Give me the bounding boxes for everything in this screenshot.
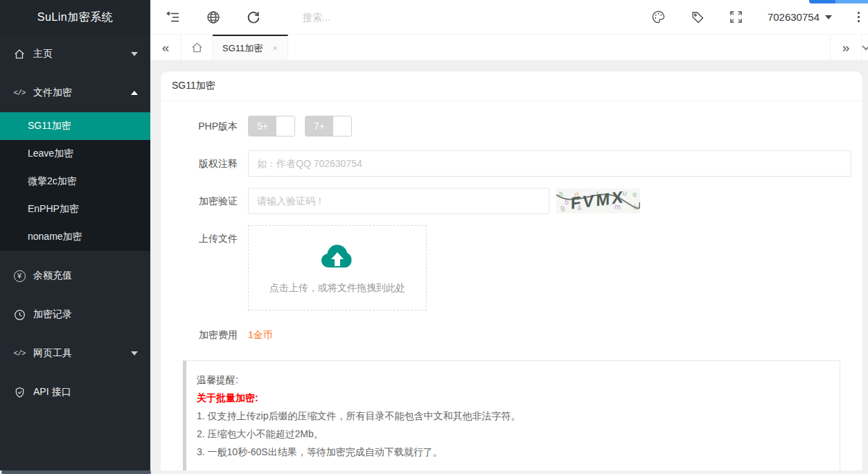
- globe-icon[interactable]: [206, 10, 221, 25]
- horizontal-scrollbar[interactable]: [0, 471, 868, 474]
- php-version-row: PHP版本 5+ 7+: [172, 113, 851, 139]
- subitem-label: noname加密: [28, 231, 82, 243]
- file-encrypt-submenu: SG11加密 Leave加密 微擎2c加密 EnPHP加密 noname加密: [0, 112, 150, 251]
- php5-checkbox-label: 5+: [249, 116, 276, 136]
- main-content: SG11加密 PHP版本 5+ 7+ 版权注释 加密验证: [150, 61, 868, 474]
- sidebar-item-recharge[interactable]: ¥ 余额充值: [0, 256, 150, 295]
- top-header: 702630754: [150, 0, 868, 35]
- tab-bar-right: »: [830, 35, 868, 60]
- sidebar-item-web-tools[interactable]: </> 网页工具: [0, 334, 150, 373]
- sidebar-item-home[interactable]: 主页: [0, 35, 150, 73]
- home-tab[interactable]: [181, 35, 213, 60]
- upload-label: 上传文件: [172, 225, 248, 310]
- collapse-menu-icon[interactable]: [166, 10, 181, 25]
- user-menu[interactable]: 702630754: [768, 11, 832, 23]
- code-icon: </>: [12, 86, 26, 100]
- php7-checkbox[interactable]: 7+: [305, 116, 352, 137]
- refresh-icon[interactable]: [246, 10, 261, 25]
- more-options-icon[interactable]: [853, 12, 864, 22]
- app-logo: SuLin加密系统: [0, 0, 150, 35]
- sidebar-item-label: 主页: [33, 48, 53, 60]
- sidebar-subitem-leave[interactable]: Leave加密: [0, 140, 150, 168]
- chevron-down-icon: [131, 52, 138, 56]
- yen-icon: ¥: [12, 269, 26, 283]
- username: 702630754: [768, 11, 820, 23]
- code-icon: </>: [12, 346, 26, 360]
- notice-line: 1. 仅支持上传zip后缀的压缩文件，所有目录不能包含中文和其他非法字符。: [197, 407, 829, 425]
- sidebar-subitem-enphp[interactable]: EnPHP加密: [0, 195, 150, 223]
- notice-title: 温馨提醒:: [197, 371, 829, 389]
- tab-operations-icon[interactable]: [861, 35, 868, 60]
- captcha-input[interactable]: [248, 188, 549, 214]
- tabs-scroll-left-button[interactable]: «: [150, 35, 181, 60]
- copyright-input[interactable]: [248, 150, 851, 177]
- cloud-upload-icon: [319, 241, 355, 274]
- search-input[interactable]: [303, 12, 448, 23]
- sidebar-item-label: 加密记录: [33, 308, 72, 321]
- sidebar-subitem-weiqing2c[interactable]: 微擎2c加密: [0, 168, 150, 195]
- captcha-label: 加密验证: [172, 188, 248, 214]
- captcha-image[interactable]: a 5 d u e m 8 t 4 k FVMX: [556, 188, 640, 213]
- upload-dropzone[interactable]: 点击上传，或将文件拖拽到此处: [248, 225, 427, 310]
- tag-icon[interactable]: [690, 10, 705, 25]
- top-right-blue-indicator: [809, 0, 868, 3]
- sidebar-subitem-sg11[interactable]: SG11加密: [0, 112, 150, 140]
- subitem-label: EnPHP加密: [28, 203, 79, 216]
- sidebar: SuLin加密系统 主页 </> 文件加密 SG11加密 Leave加密 微擎2…: [0, 0, 150, 474]
- php7-checkbox-box: [333, 116, 351, 136]
- chevron-up-icon: [131, 91, 138, 95]
- theme-palette-icon[interactable]: [651, 10, 666, 25]
- fee-label: 加密费用: [172, 322, 248, 348]
- upload-row: 上传文件 点击上传，或将文件拖拽到此处: [172, 225, 851, 310]
- sg11-card: SG11加密 PHP版本 5+ 7+ 版权注释 加密验证: [161, 71, 862, 474]
- home-icon: [12, 47, 26, 61]
- sidebar-item-api[interactable]: API 接口: [0, 373, 150, 412]
- php-version-label: PHP版本: [172, 113, 248, 139]
- captcha-row: 加密验证 a 5 d u e m 8 t 4 k FVMX: [172, 188, 851, 214]
- sidebar-item-records[interactable]: 加密记录: [0, 295, 150, 334]
- upload-hint: 点击上传，或将文件拖拽到此处: [269, 282, 405, 295]
- shield-check-icon: [12, 385, 26, 399]
- php7-checkbox-label: 7+: [305, 116, 333, 136]
- notice-line: 3. 一般10秒-60S出结果，等待加密完成自动下载就行了。: [197, 443, 829, 461]
- copyright-row: 版权注释: [172, 150, 851, 177]
- sidebar-item-label: 文件加密: [33, 87, 72, 99]
- horizontal-scrollbar-thumb[interactable]: [1, 471, 151, 474]
- subitem-label: 微擎2c加密: [28, 175, 77, 188]
- card-title: SG11加密: [161, 71, 862, 101]
- notice-box: 温馨提醒: 关于批量加密: 1. 仅支持上传zip后缀的压缩文件，所有目录不能包…: [183, 360, 840, 474]
- chevron-down-icon: [825, 15, 832, 19]
- tabs-scroll-right-button[interactable]: »: [830, 35, 861, 60]
- notice-line: 2. 压缩包大小不能超过2Mb。: [197, 425, 829, 443]
- sidebar-item-file-encrypt[interactable]: </> 文件加密: [0, 73, 150, 112]
- tab-sg11[interactable]: SG11加密 ×: [213, 35, 288, 60]
- sidebar-item-label: API 接口: [33, 386, 71, 398]
- subitem-label: Leave加密: [28, 148, 73, 160]
- sidebar-subitem-noname[interactable]: noname加密: [0, 223, 150, 251]
- tab-close-icon[interactable]: ×: [272, 43, 278, 53]
- notice-subtitle: 关于批量加密:: [197, 389, 829, 407]
- fee-row: 加密费用 1金币: [172, 322, 851, 348]
- sidebar-item-label: 余额充值: [33, 270, 72, 282]
- php5-checkbox-box: [276, 116, 294, 136]
- fullscreen-icon[interactable]: [729, 10, 744, 25]
- subitem-label: SG11加密: [28, 120, 71, 132]
- chevron-down-icon: [131, 351, 138, 356]
- php5-checkbox[interactable]: 5+: [248, 116, 295, 137]
- topbar-right: 702630754: [628, 10, 868, 25]
- tab-label: SG11加密: [222, 42, 263, 55]
- fee-value: 1金币: [248, 322, 273, 348]
- sidebar-item-label: 网页工具: [33, 347, 72, 360]
- clock-icon: [12, 308, 26, 322]
- tab-bar: « SG11加密 × »: [150, 35, 868, 61]
- copyright-label: 版权注释: [172, 150, 248, 177]
